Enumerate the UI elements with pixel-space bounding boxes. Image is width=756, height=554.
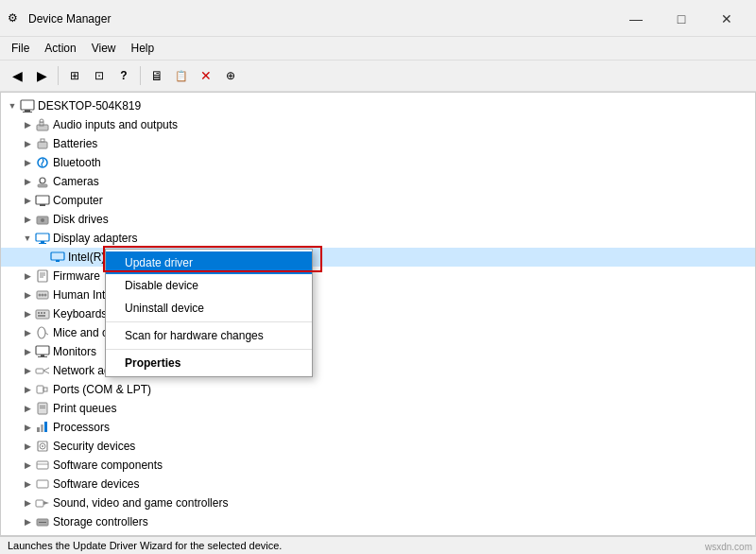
status-text: Launches the Update Driver Wizard for th… (8, 540, 282, 551)
show-devices-button[interactable]: 🖥 (146, 64, 168, 87)
toolbar-separator-1 (58, 66, 59, 85)
svg-rect-46 (37, 427, 40, 432)
app-icon: ⚙ (8, 11, 23, 26)
display-adapters-item[interactable]: ▼ Display adapters (1, 229, 755, 248)
help-button[interactable]: ? (112, 64, 135, 87)
list-item[interactable]: ▶ Ports (COM & LPT) (1, 380, 755, 399)
svg-rect-11 (36, 196, 49, 204)
list-item[interactable]: ▶ Disk drives (1, 210, 755, 229)
menu-view[interactable]: View (84, 39, 124, 58)
svg-line-39 (43, 368, 49, 371)
window-title: Device Manager (28, 12, 111, 26)
svg-rect-36 (41, 355, 44, 356)
context-menu: Update driver Disable device Uninstall d… (105, 249, 313, 377)
menu-bar: File Action View Help (0, 37, 756, 61)
toolbar: ◀ ▶ ⊞ ⊡ ? 🖥 📋 ✕ ⊕ (0, 61, 756, 92)
list-item[interactable]: ▶ System devices (1, 531, 755, 535)
svg-rect-44 (40, 406, 45, 407)
list-item[interactable]: ▶ Cameras (1, 172, 755, 191)
computer-icon (20, 98, 35, 113)
svg-rect-37 (38, 356, 47, 357)
svg-point-26 (42, 294, 44, 297)
svg-rect-2 (23, 112, 32, 113)
svg-rect-29 (38, 312, 40, 314)
svg-rect-15 (36, 234, 49, 241)
svg-point-25 (39, 294, 42, 297)
svg-rect-1 (25, 110, 30, 112)
list-item[interactable]: ▶ Audio inputs and outputs (1, 115, 755, 134)
menu-file[interactable]: File (4, 39, 37, 58)
list-item[interactable]: ▶ Security devices (1, 437, 755, 456)
forward-button[interactable]: ▶ (30, 64, 53, 87)
ctx-disable-device[interactable]: Disable device (106, 274, 312, 297)
svg-rect-55 (36, 500, 43, 507)
menu-action[interactable]: Action (37, 39, 83, 58)
title-bar: ⚙ Device Manager — □ ✕ (0, 0, 756, 37)
svg-rect-32 (38, 315, 45, 317)
svg-rect-6 (38, 142, 47, 148)
back-button[interactable]: ◀ (6, 64, 28, 87)
svg-rect-28 (36, 310, 49, 319)
minimize-button[interactable]: — (614, 6, 658, 32)
svg-rect-58 (39, 522, 46, 523)
ctx-properties[interactable]: Properties (106, 352, 312, 374)
window-controls: — □ ✕ (614, 6, 748, 32)
list-item[interactable]: ▶ Software devices (1, 475, 755, 493)
menu-help[interactable]: Help (124, 39, 163, 58)
svg-rect-42 (43, 388, 47, 391)
ctx-separator-2 (106, 349, 312, 350)
maximize-button[interactable]: □ (660, 6, 703, 32)
svg-rect-17 (39, 243, 46, 244)
svg-rect-0 (21, 100, 34, 110)
list-item[interactable]: ▶ Computer (1, 191, 755, 210)
svg-rect-48 (44, 422, 47, 432)
ctx-separator (106, 321, 312, 322)
scan-button[interactable]: ⊕ (219, 64, 242, 87)
ctx-scan-hardware[interactable]: Scan for hardware changes (106, 324, 312, 347)
uninstall-button[interactable]: ✕ (195, 64, 217, 87)
svg-point-51 (42, 445, 43, 447)
svg-point-9 (40, 178, 45, 183)
svg-line-40 (43, 371, 49, 373)
svg-rect-20 (38, 270, 47, 282)
device-manager-button[interactable]: ⊡ (88, 64, 111, 87)
add-button[interactable]: 📋 (170, 64, 193, 87)
svg-rect-54 (37, 480, 48, 488)
list-item[interactable]: ▶ Software components (1, 456, 755, 475)
main-area: ▼ DESKTOP-504K819 ▶ Audio inputs and out… (0, 92, 756, 536)
svg-point-27 (44, 294, 47, 297)
list-item[interactable]: ▶ Print queues (1, 399, 755, 418)
svg-rect-35 (36, 346, 49, 355)
toolbar-separator-2 (140, 66, 141, 85)
list-item[interactable]: ▶ Batteries (1, 134, 755, 153)
svg-rect-10 (38, 184, 47, 187)
svg-marker-56 (43, 501, 49, 505)
ctx-uninstall-device[interactable]: Uninstall device (106, 297, 312, 320)
list-item[interactable]: ▶ Storage controllers (1, 512, 755, 531)
ctx-update-driver[interactable]: Update driver (106, 251, 312, 274)
list-item[interactable]: ▶ Bluetooth (1, 153, 755, 172)
status-bar: Launches the Update Driver Wizard for th… (0, 536, 756, 554)
svg-rect-52 (37, 461, 48, 469)
svg-rect-16 (41, 241, 44, 243)
list-item[interactable]: ▶ Sound, video and game controllers (1, 493, 755, 512)
properties-button[interactable]: ⊞ (63, 64, 86, 87)
svg-rect-19 (56, 260, 60, 262)
svg-rect-41 (37, 386, 43, 393)
root-label: DESKTOP-504K819 (38, 99, 141, 113)
svg-rect-7 (41, 139, 44, 142)
svg-rect-18 (51, 252, 64, 260)
svg-rect-47 (41, 424, 43, 432)
svg-rect-38 (36, 369, 43, 373)
svg-rect-45 (40, 407, 45, 408)
list-item[interactable]: ▶ Processors (1, 418, 755, 437)
svg-rect-30 (41, 312, 43, 314)
svg-point-14 (41, 218, 44, 222)
root-toggle[interactable]: ▼ (5, 101, 20, 111)
svg-rect-31 (43, 312, 45, 314)
svg-point-33 (38, 327, 45, 338)
tree-root[interactable]: ▼ DESKTOP-504K819 (1, 96, 755, 115)
close-button[interactable]: ✕ (705, 6, 748, 32)
svg-rect-12 (40, 204, 45, 206)
